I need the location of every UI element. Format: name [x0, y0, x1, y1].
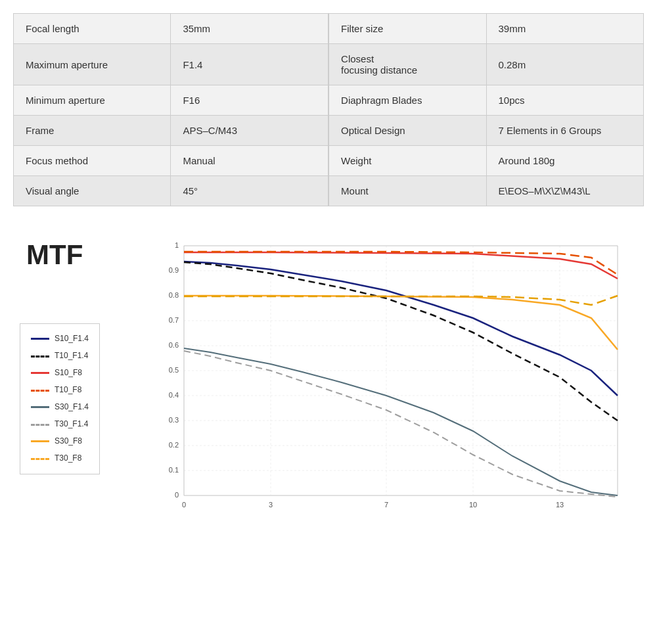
legend-label-2: S10_F8 — [55, 365, 82, 380]
svg-text:10: 10 — [469, 501, 477, 509]
spec-left-label-3: Frame — [14, 116, 171, 146]
legend-item-6: S30_F8 — [31, 433, 89, 449]
spec-right-value-1: 0.28m — [486, 44, 644, 85]
spec-left-label-0: Focal length — [14, 14, 171, 44]
legend-line-1 — [31, 356, 49, 357]
spec-right-label-5: Mount — [329, 176, 486, 206]
legend-line-7 — [31, 458, 49, 460]
spec-left-label-4: Focus method — [14, 146, 171, 176]
spec-left-label-2: Minimum aperture — [14, 85, 171, 116]
legend-line-5 — [31, 424, 49, 426]
spec-right-value-3: 7 Elements in 6 Groups — [486, 116, 644, 146]
spec-left-value-0: 35mm — [171, 14, 328, 44]
svg-text:7: 7 — [384, 501, 388, 509]
spec-left-label-1: Maximum aperture — [14, 44, 171, 85]
legend-label-1: T10_F1.4 — [55, 348, 88, 363]
spec-right-label-3: Optical Design — [329, 116, 486, 146]
svg-text:0.4: 0.4 — [169, 391, 179, 399]
legend-label-4: S30_F1.4 — [55, 399, 89, 415]
legend-label-5: T30_F1.4 — [55, 416, 88, 432]
specs-table: Focal length35mmFilter size39mmMaximum a… — [13, 13, 644, 206]
svg-text:0.5: 0.5 — [169, 366, 179, 374]
legend-label-7: T30_F8 — [55, 450, 81, 466]
legend-item-2: S10_F8 — [31, 365, 89, 380]
spec-left-value-2: F16 — [171, 85, 328, 116]
legend-label-6: S30_F8 — [55, 433, 82, 449]
svg-text:0: 0 — [175, 491, 179, 499]
spec-left-value-1: F1.4 — [171, 44, 328, 85]
mtf-chart: 0 0.1 0.2 0.3 0.4 0.5 0.6 0.7 0.8 0.9 1 … — [158, 239, 644, 531]
spec-right-label-2: Diaphragm Blades — [329, 85, 486, 116]
svg-text:0.9: 0.9 — [169, 266, 179, 274]
legend-line-0 — [31, 338, 49, 340]
legend-line-3 — [31, 390, 49, 392]
spec-left-value-4: Manual — [171, 146, 328, 176]
svg-text:0.2: 0.2 — [169, 441, 179, 449]
legend-line-4 — [31, 406, 49, 408]
legend-line-6 — [31, 440, 49, 442]
svg-text:1: 1 — [175, 241, 179, 249]
legend-item-7: T30_F8 — [31, 450, 89, 466]
spec-right-value-2: 10pcs — [486, 85, 644, 116]
legend-item-5: T30_F1.4 — [31, 416, 89, 432]
svg-text:0.1: 0.1 — [169, 466, 179, 474]
svg-text:13: 13 — [556, 501, 564, 509]
svg-text:0.3: 0.3 — [169, 416, 179, 424]
legend-item-0: S10_F1.4 — [31, 331, 89, 346]
legend-item-4: S30_F1.4 — [31, 399, 89, 415]
spec-right-label-4: Weight — [329, 146, 486, 176]
spec-right-value-4: Around 180g — [486, 146, 644, 176]
svg-text:3: 3 — [269, 501, 273, 509]
spec-right-label-0: Filter size — [329, 14, 486, 44]
legend-line-2 — [31, 372, 49, 374]
legend-item-1: T10_F1.4 — [31, 348, 89, 363]
mtf-title: MTF — [26, 239, 83, 271]
spec-right-value-5: E\EOS–M\X\Z\M43\L — [486, 176, 644, 206]
svg-text:0: 0 — [182, 501, 186, 509]
spec-left-value-3: APS–C/M43 — [171, 116, 328, 146]
legend-label-0: S10_F1.4 — [55, 331, 89, 346]
svg-text:0.7: 0.7 — [169, 316, 179, 324]
mtf-left-panel: MTF S10_F1.4T10_F1.4S10_F8T10_F8S30_F1.4… — [13, 239, 145, 474]
svg-text:0.8: 0.8 — [169, 291, 179, 299]
mtf-section: MTF S10_F1.4T10_F1.4S10_F8T10_F8S30_F1.4… — [13, 233, 644, 538]
spec-left-value-5: 45° — [171, 176, 328, 206]
mtf-svg: 0 0.1 0.2 0.3 0.4 0.5 0.6 0.7 0.8 0.9 1 … — [158, 239, 631, 528]
legend-item-3: T10_F8 — [31, 382, 89, 398]
legend-label-3: T10_F8 — [55, 382, 81, 398]
mtf-legend: S10_F1.4T10_F1.4S10_F8T10_F8S30_F1.4T30_… — [20, 323, 100, 474]
spec-right-label-1: Closest focusing distance — [329, 44, 486, 85]
spec-left-label-5: Visual angle — [14, 176, 171, 206]
spec-right-value-0: 39mm — [486, 14, 644, 44]
svg-text:0.6: 0.6 — [169, 341, 179, 349]
